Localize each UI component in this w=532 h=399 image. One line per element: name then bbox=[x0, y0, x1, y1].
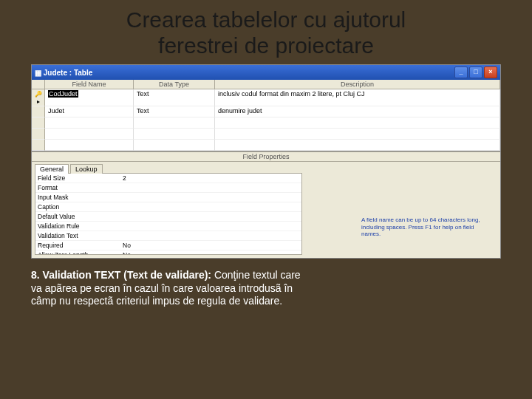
title-line1: Crearea tabelelor cu ajutorul bbox=[126, 7, 406, 32]
table-icon: ▦ bbox=[35, 69, 41, 77]
window-titlebar: ▦ Judete : Table _ □ × bbox=[32, 65, 500, 80]
design-grid: Field Name Data Type Description 🔑▸ CodJ… bbox=[32, 80, 500, 151]
maximize-button[interactable]: □ bbox=[469, 66, 482, 78]
field-name-cell[interactable]: Judet bbox=[45, 106, 134, 117]
close-button[interactable]: × bbox=[484, 66, 497, 78]
field-properties-label: Field Properties bbox=[32, 151, 500, 162]
data-type-cell[interactable]: Text bbox=[134, 106, 215, 117]
table-row[interactable]: 🔑▸ CodJudet Text inclusiv codul format d… bbox=[32, 89, 500, 106]
help-hint: A field name can be up to 64 characters … bbox=[361, 216, 494, 237]
field-name-cell[interactable]: CodJudet bbox=[45, 89, 134, 106]
table-row[interactable]: Judet Text denumire judet bbox=[32, 106, 500, 117]
grid-header-fieldname: Field Name bbox=[45, 80, 134, 89]
grid-header-selector bbox=[32, 80, 45, 89]
title-line2: ferestrei de proiectare bbox=[158, 33, 374, 58]
grid-header-row: Field Name Data Type Description bbox=[32, 80, 500, 89]
prop-value[interactable]: No bbox=[120, 241, 301, 250]
property-tabs: General Lookup bbox=[32, 162, 305, 173]
prop-name: Allow Zero Length bbox=[35, 250, 120, 255]
row-selector[interactable] bbox=[32, 106, 45, 117]
grid-header-datatype: Data Type bbox=[134, 80, 215, 89]
prop-value[interactable] bbox=[120, 212, 301, 222]
table-row[interactable] bbox=[32, 129, 500, 140]
window-title: Judete : Table bbox=[44, 69, 93, 77]
slide-title: Crearea tabelelor cu ajutorul ferestrei … bbox=[0, 0, 532, 61]
field-properties-pane: General Lookup Field Size2 Format Input … bbox=[32, 162, 500, 258]
caption-lead: 8. Validation TEXT (Text de validare): bbox=[31, 269, 211, 281]
prop-name: Validation Rule bbox=[35, 222, 120, 231]
table-row[interactable] bbox=[32, 140, 500, 151]
table-row[interactable] bbox=[32, 117, 500, 129]
prop-value[interactable] bbox=[120, 183, 301, 193]
prop-name: Input Mask bbox=[35, 193, 120, 202]
minimize-button[interactable]: _ bbox=[454, 66, 468, 78]
data-type-cell[interactable]: Text bbox=[134, 89, 215, 106]
prop-name: Required bbox=[35, 241, 120, 250]
description-cell[interactable]: inclusiv codul format din maxim 2 litere… bbox=[215, 89, 500, 106]
prop-value[interactable] bbox=[120, 222, 301, 231]
prop-name: Validation Text bbox=[35, 231, 120, 241]
prop-name: Caption bbox=[35, 202, 120, 212]
properties-table: Field Size2 Format Input Mask Caption De… bbox=[35, 173, 302, 255]
tab-general[interactable]: General bbox=[35, 164, 69, 174]
slide-caption: 8. Validation TEXT (Text de validare): C… bbox=[0, 265, 343, 308]
prop-name: Format bbox=[35, 183, 120, 193]
prop-value[interactable] bbox=[120, 193, 301, 202]
prop-value[interactable]: No bbox=[120, 250, 301, 255]
prop-name: Field Size bbox=[35, 174, 120, 183]
access-table-design-window: ▦ Judete : Table _ □ × Field Name Data T… bbox=[31, 64, 501, 259]
primary-key-icon: 🔑▸ bbox=[32, 89, 45, 106]
tab-lookup[interactable]: Lookup bbox=[70, 164, 103, 174]
description-cell[interactable]: denumire judet bbox=[215, 106, 500, 117]
prop-value[interactable] bbox=[120, 231, 301, 241]
grid-header-description: Description bbox=[215, 80, 500, 89]
prop-value[interactable] bbox=[120, 202, 301, 212]
prop-name: Default Value bbox=[35, 212, 120, 222]
prop-value[interactable]: 2 bbox=[120, 174, 301, 183]
